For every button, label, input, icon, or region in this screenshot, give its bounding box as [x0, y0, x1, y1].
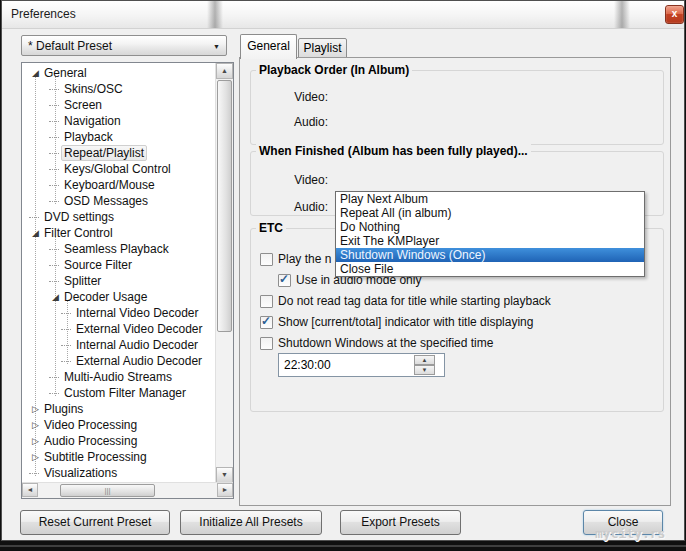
dropdown-option-shutdown-windows-once[interactable]: Shutdown Windows (Once)	[336, 248, 644, 262]
tree-item-external-video-decoder[interactable]: External Video Decoder	[22, 321, 215, 337]
checkbox-checked-icon[interactable]: ✓	[278, 274, 291, 287]
scroll-right-icon[interactable]: ►	[217, 483, 233, 497]
tree-item-label[interactable]: OSD Messages	[62, 194, 150, 208]
tree-item-label[interactable]: Custom Filter Manager	[62, 386, 188, 400]
tree-expand-icon[interactable]: ▷	[29, 401, 42, 417]
checkbox-label[interactable]: Play the n	[278, 252, 331, 266]
checkbox-unchecked-icon[interactable]	[260, 253, 273, 266]
checkbox-row-play-the-n: Play the n	[260, 251, 331, 267]
tree-item-internal-video-decoder[interactable]: Internal Video Decoder	[22, 305, 215, 321]
tree-item-playback[interactable]: Playback	[22, 129, 215, 145]
tree-item-label[interactable]: Decoder Usage	[62, 290, 149, 304]
export-presets-button[interactable]: Export Presets	[340, 510, 461, 535]
tree-item-keys-global-control[interactable]: Keys/Global Control	[22, 161, 215, 177]
tree-expand-icon[interactable]: ▷	[29, 417, 42, 433]
tree-item-dvd-settings[interactable]: DVD settings	[22, 209, 215, 225]
tree-horizontal-scrollbar[interactable]: ◄ ||| ►	[22, 482, 233, 498]
tree-item-external-audio-decoder[interactable]: External Audio Decoder	[22, 353, 215, 369]
tree-item-visualizations[interactable]: Visualizations	[22, 465, 215, 481]
tree-connector	[49, 185, 59, 186]
dropdown-option-play-next-album[interactable]: Play Next Album	[336, 192, 644, 206]
tree-item-label[interactable]: Subtitle Processing	[42, 450, 149, 464]
tree-collapse-icon[interactable]: ◢	[29, 225, 42, 241]
dropdown-option-repeat-all-in-album[interactable]: Repeat All (in album)	[336, 206, 644, 220]
checkbox-label[interactable]: Show [current/total] indicator with titl…	[278, 315, 533, 329]
tree-item-label[interactable]: Internal Video Decoder	[74, 306, 201, 320]
tree-item-label[interactable]: Playback	[62, 130, 115, 144]
scroll-left-icon[interactable]: ◄	[22, 483, 38, 497]
tree-item-label[interactable]: Audio Processing	[42, 434, 139, 448]
dropdown-option-exit-the-kmplayer[interactable]: Exit The KMPlayer	[336, 234, 644, 248]
checkbox-unchecked-icon[interactable]	[260, 295, 273, 308]
tab-playlist[interactable]: Playlist	[298, 38, 347, 58]
tree-vertical-scrollbar[interactable]: ▲ ▼	[215, 63, 233, 483]
tree-item-label[interactable]: Repeat/Playlist	[61, 145, 147, 161]
checkbox-unchecked-icon[interactable]	[260, 337, 273, 350]
tree-item-source-filter[interactable]: Source Filter	[22, 257, 215, 273]
playback-video-label: Video:	[258, 90, 328, 104]
tree-item-label[interactable]: Video Processing	[42, 418, 139, 432]
tree-connector	[49, 281, 59, 282]
tree-item-internal-audio-decoder[interactable]: Internal Audio Decoder	[22, 337, 215, 353]
spinner-up-icon[interactable]: ▲	[414, 355, 435, 365]
tree-item-label[interactable]: General	[42, 66, 89, 80]
tree-item-osd-messages[interactable]: OSD Messages	[22, 193, 215, 209]
close-window-button[interactable]: x	[665, 5, 684, 24]
tree-item-decoder-usage[interactable]: ◢Decoder Usage	[22, 289, 215, 305]
tree-item-label[interactable]: DVD settings	[42, 210, 116, 224]
tree-item-label[interactable]: External Audio Decoder	[74, 354, 204, 368]
tree-item-label[interactable]: Skins/OSC	[62, 82, 125, 96]
tree-item-screen[interactable]: Screen	[22, 97, 215, 113]
tree-item-label[interactable]: Screen	[62, 98, 104, 112]
tree-item-plugins[interactable]: ▷Plugins	[22, 401, 215, 417]
tab-general[interactable]: General	[240, 34, 297, 59]
preset-selector[interactable]: * Default Preset ▼	[21, 35, 227, 56]
scroll-down-icon[interactable]: ▼	[216, 467, 233, 483]
tree-item-keyboard-mouse[interactable]: Keyboard/Mouse	[22, 177, 215, 193]
screenshot-root: Preferences x * Default Preset ▼ ◢Genera…	[0, 0, 686, 551]
tree-item-label[interactable]: Keys/Global Control	[62, 162, 173, 176]
checkbox-checked-icon[interactable]: ✓	[260, 316, 273, 329]
dropdown-option-do-nothing[interactable]: Do Nothing	[336, 220, 644, 234]
tree-item-label[interactable]: Multi-Audio Streams	[62, 370, 174, 384]
horizontal-scroll-thumb[interactable]: |||	[60, 484, 155, 497]
tree-collapse-icon[interactable]: ◢	[29, 65, 42, 81]
tree-item-label[interactable]: Navigation	[62, 114, 123, 128]
tree-item-seamless-playback[interactable]: Seamless Playback	[22, 241, 215, 257]
tree-item-label[interactable]: Source Filter	[62, 258, 134, 272]
checkbox-label[interactable]: Do not read tag data for title while sta…	[278, 294, 551, 308]
chevron-down-icon: ▼	[213, 43, 220, 50]
tree-item-label[interactable]: Visualizations	[42, 466, 119, 480]
title-bar[interactable]: Preferences x	[2, 1, 684, 29]
tree-item-general[interactable]: ◢General	[22, 65, 215, 81]
tree-item-label[interactable]: Seamless Playback	[62, 242, 171, 256]
tree-expand-icon[interactable]: ▷	[29, 449, 42, 465]
tree-connector	[49, 201, 59, 202]
dropdown-option-close-file[interactable]: Close File	[336, 262, 644, 276]
tree-item-navigation[interactable]: Navigation	[22, 113, 215, 129]
tree-item-label[interactable]: External Video Decoder	[74, 322, 205, 336]
tree-collapse-icon[interactable]: ◢	[49, 289, 62, 305]
tree-item-label[interactable]: Internal Audio Decoder	[74, 338, 200, 352]
reset-current-preset-button[interactable]: Reset Current Preset	[20, 510, 170, 535]
vertical-scroll-thumb[interactable]	[217, 80, 232, 332]
tree-item-audio-processing[interactable]: ▷Audio Processing	[22, 433, 215, 449]
tree-expand-icon[interactable]: ▷	[29, 433, 42, 449]
scroll-up-icon[interactable]: ▲	[216, 63, 233, 79]
tree-item-filter-control[interactable]: ◢Filter Control	[22, 225, 215, 241]
tree-item-label[interactable]: Splitter	[62, 274, 103, 288]
tree-item-repeat-playlist[interactable]: Repeat/Playlist	[22, 145, 215, 161]
tree-item-skins-osc[interactable]: Skins/OSC	[22, 81, 215, 97]
tree-item-subtitle-processing[interactable]: ▷Subtitle Processing	[22, 449, 215, 465]
tree-item-custom-filter-manager[interactable]: Custom Filter Manager	[22, 385, 215, 401]
tree-item-label[interactable]: Keyboard/Mouse	[62, 178, 157, 192]
initialize-all-presets-button[interactable]: Initialize All Presets	[180, 510, 322, 535]
checkbox-label[interactable]: Shutdown Windows at the specified time	[278, 336, 493, 350]
tree-item-splitter[interactable]: Splitter	[22, 273, 215, 289]
tree-item-label[interactable]: Plugins	[42, 402, 85, 416]
tree-item-multi-audio-streams[interactable]: Multi-Audio Streams	[22, 369, 215, 385]
spinner-down-icon[interactable]: ▼	[414, 365, 435, 375]
tree-item-label[interactable]: Filter Control	[42, 226, 115, 240]
tree-item-video-processing[interactable]: ▷Video Processing	[22, 417, 215, 433]
settings-tree: ◢GeneralSkins/OSCScreenNavigationPlaybac…	[21, 62, 234, 499]
